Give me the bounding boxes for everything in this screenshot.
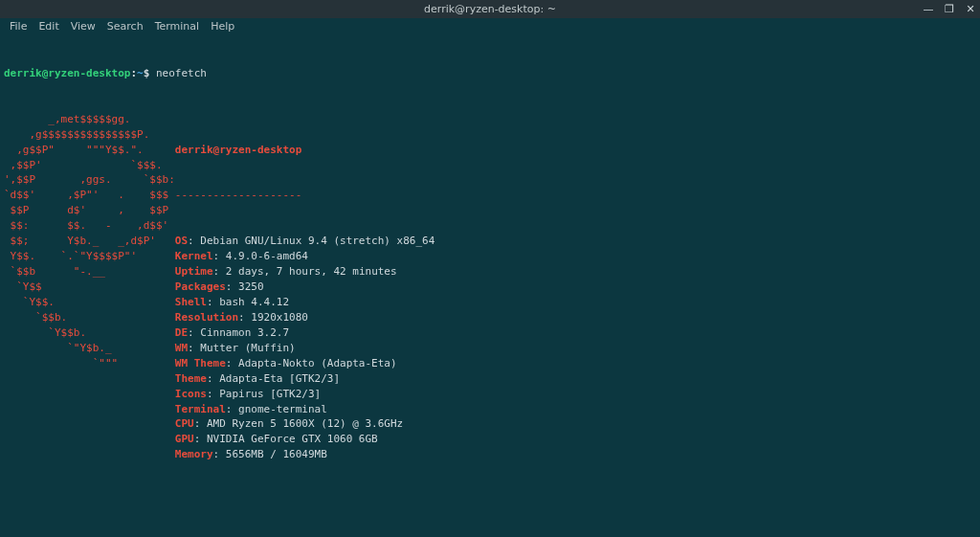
info-line: Resolution: 1920x1080 [175,310,435,325]
info-key: WM [175,342,188,354]
prompt-path: ~ [137,67,144,79]
info-key: OS [175,235,188,247]
info-key: Resolution [175,311,238,324]
info-key: DE [175,326,188,339]
titlebar: derrik@ryzen-desktop: ~ — ❐ ✕ [0,0,980,18]
info-key: Terminal [175,403,226,415]
info-line: Uptime: 2 days, 7 hours, 42 minutes [175,264,435,280]
info-value: : 5656MB / 16049MB [213,448,327,460]
info-line: WM Theme: Adapta-Nokto (Adapta-Eta) [175,356,435,371]
info-line: OS: Debian GNU/Linux 9.4 (stretch) x86_6… [175,234,435,249]
menu-edit[interactable]: Edit [33,19,64,34]
info-value: : bash 4.4.12 [207,296,289,308]
info-key: Memory [175,448,213,460]
menu-help[interactable]: Help [205,19,240,34]
info-line: DE: Cinnamon 3.2.7 [175,325,435,341]
info-value: : 4.9.0-6-amd64 [213,250,308,262]
info-line: GPU: NVIDIA GeForce GTX 1060 6GB [175,432,435,447]
command-text: neofetch [156,67,207,79]
info-key: Kernel [175,250,213,262]
info-key: WM Theme [175,357,226,369]
info-key: Packages [175,280,226,293]
info-value: : gnome-terminal [226,403,327,415]
neofetch-output: _,met$$$$$gg. ,g$$$$$$$$$$$$$$$P. ,g$$P"… [4,112,976,537]
info-value: : Mutter (Muffin) [188,342,296,354]
info-line: Kernel: 4.9.0-6-amd64 [175,249,435,264]
window-title: derrik@ryzen-desktop: ~ [0,2,980,17]
info-column: derrik@ryzen-desktop -------------------… [175,112,435,537]
prompt-user: derrik@ryzen-desktop [4,67,130,79]
info-value: : 3250 [226,280,264,293]
terminal-area[interactable]: derrik@ryzen-desktop:~$ neofetch _,met$$… [0,35,980,537]
info-value: : AMD Ryzen 5 1600X (12) @ 3.6GHz [194,417,404,430]
info-key: Theme [175,372,207,385]
info-value: : Papirus [GTK2/3] [207,388,321,400]
info-key: CPU [175,417,194,430]
info-line: Shell: bash 4.4.12 [175,295,435,310]
minimize-button[interactable]: — [923,2,934,17]
info-value: : Cinnamon 3.2.7 [188,326,289,339]
prompt-end: $ [144,67,150,79]
info-key: Icons [175,388,207,400]
close-button[interactable]: ✕ [965,2,976,17]
prompt-line-1: derrik@ryzen-desktop:~$ neofetch [4,66,976,81]
info-value: : Adapta-Nokto (Adapta-Eta) [226,357,397,369]
menu-terminal[interactable]: Terminal [149,19,206,34]
maximize-button[interactable]: ❐ [944,2,955,17]
info-value: : Adapta-Eta [GTK2/3] [207,372,340,385]
info-key: GPU [175,433,194,445]
neofetch-dashes: -------------------- [175,188,435,203]
ascii-art: _,met$$$$$gg. ,g$$$$$$$$$$$$$$$P. ,g$$P"… [4,112,175,537]
info-line: Terminal: gnome-terminal [175,402,435,417]
menu-file[interactable]: File [4,19,33,34]
info-line: Packages: 3250 [175,280,435,295]
info-value: : 2 days, 7 hours, 42 minutes [213,265,397,278]
window-controls: — ❐ ✕ [923,0,976,18]
info-key: Shell [175,296,207,308]
info-key: Uptime [175,265,213,278]
menu-view[interactable]: View [65,19,101,34]
info-value: : Debian GNU/Linux 9.4 (stretch) x86_64 [188,235,434,247]
info-line: Icons: Papirus [GTK2/3] [175,387,435,402]
info-line: Memory: 5656MB / 16049MB [175,447,435,462]
info-line: Theme: Adapta-Eta [GTK2/3] [175,371,435,387]
info-value: : 1920x1080 [238,311,308,324]
neofetch-header: derrik@ryzen-desktop [175,143,435,158]
info-line: CPU: AMD Ryzen 5 1600X (12) @ 3.6GHz [175,416,435,432]
menu-search[interactable]: Search [101,19,149,34]
menubar: File Edit View Search Terminal Help [0,18,980,35]
info-value: : NVIDIA GeForce GTX 1060 6GB [194,433,378,445]
info-line: WM: Mutter (Muffin) [175,341,435,356]
